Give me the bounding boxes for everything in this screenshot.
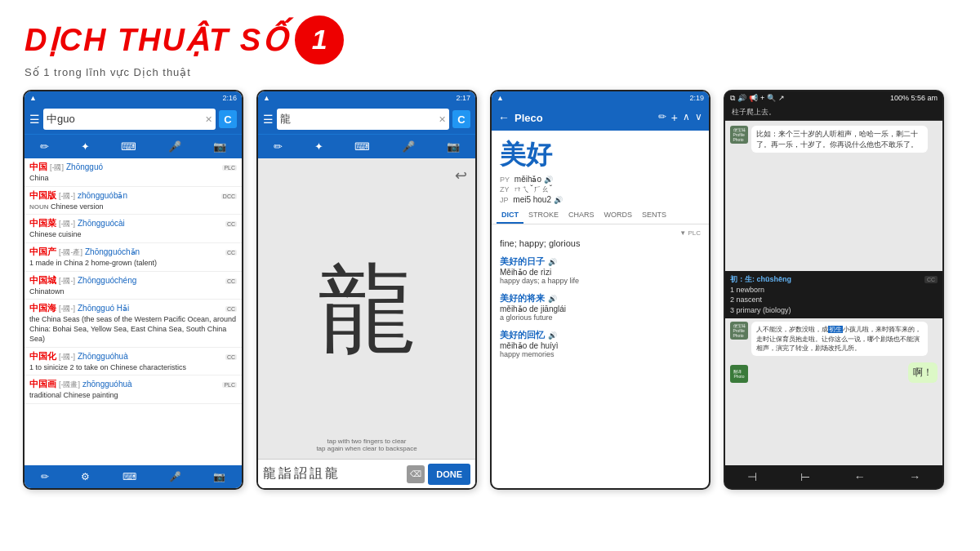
up-icon-pleco[interactable]: ∧ [683, 111, 690, 124]
dict-entry-4[interactable]: 中国产 [-國-產] Zhōngguóchǎn CC 1 made in Chi… [24, 243, 242, 272]
hint-text: tap with two fingers to clear tap again … [316, 438, 416, 452]
time-3: 2:19 [689, 94, 704, 102]
time-1: 2:16 [222, 94, 237, 102]
dict-entry-7[interactable]: 中国化 [-國-] Zhōngguóhuà CC 1 to sinicize 2… [24, 348, 242, 376]
message-bubble-2: 人不能没，岁数没啦，成初生小孩儿啦，来时骑车来的，走时让保育员抱走啦。让你这么一… [751, 322, 928, 356]
pencil-icon-b[interactable]: ✏ [41, 471, 49, 482]
logo-circle-1: 1 [295, 16, 344, 64]
tab-chars[interactable]: CHARS [564, 207, 599, 224]
dict-entry-6[interactable]: 中国海 [-國-] Zhōngguó Hǎi CC the China Seas… [24, 300, 242, 347]
entry-pinyin-3: Zhōngguócài [78, 219, 125, 228]
c-button-1[interactable]: C [219, 110, 237, 128]
add-icon-pleco[interactable]: + [671, 111, 678, 124]
pleco-pronunciations: PY měihǎo 🔊 ZY ㄇㄟˇㄏㄠˇ JP mei5 hou2 🔊 [500, 175, 701, 204]
hw-char-3[interactable]: 詔 [294, 465, 307, 482]
mic-icon-2[interactable]: 🎤 [402, 140, 415, 153]
down-icon-pleco[interactable]: ∨ [695, 111, 702, 124]
entry-tag-4: CC [225, 250, 237, 256]
back-icon[interactable]: ← [498, 111, 510, 124]
edit-icon[interactable]: ✏ [40, 140, 49, 153]
time-2: 2:17 [456, 94, 470, 102]
camera-icon[interactable]: 📷 [213, 140, 226, 153]
ex-chinese-3: 美好的回忆 [500, 330, 545, 340]
copy-icon: ⧉ [730, 94, 735, 103]
hw-delete-btn[interactable]: ⌫ [407, 465, 425, 483]
entry-def-6: the China Seas (the seas of the Western … [29, 315, 237, 344]
hw-char-1[interactable]: 龍 [263, 465, 276, 482]
signal-icon: ▲ [29, 94, 37, 102]
mic-icon-b[interactable]: 🎤 [169, 471, 181, 482]
audio-icon-py[interactable]: 🔊 [544, 176, 553, 184]
tab-words[interactable]: WORDS [599, 207, 638, 224]
entry-pinyin-8: zhōngguóhuà [82, 380, 132, 389]
entry-brackets-3: [-國-] [59, 219, 75, 229]
search-input-box-1[interactable]: 中guo ✕ [43, 109, 216, 130]
dict-entry-3[interactable]: 中国菜 [-國-] Zhōngguócài CC Chinese cuisine [24, 215, 242, 243]
pleco-header: ← Pleco ✏ + ∧ ∨ [492, 104, 709, 131]
tab-stroke[interactable]: STROKE [523, 207, 564, 224]
menu-icon-2[interactable]: ☰ [263, 113, 274, 126]
edit-icon-2[interactable]: ✏ [274, 140, 283, 153]
search-icon-status: 🔍 [767, 94, 776, 102]
keyboard-icon-2[interactable]: ⌨ [354, 140, 370, 153]
dict-entry-1[interactable]: 中国 [-國] Zhōngguó PLC China [24, 158, 242, 187]
clear-search-icon[interactable]: ✕ [205, 114, 212, 125]
nav-forward-end[interactable]: ⊢ [800, 470, 810, 483]
nav-back-start[interactable]: ⊣ [747, 470, 757, 483]
tab-dict[interactable]: DICT [497, 207, 523, 224]
pleco-pinyin: měihǎo [514, 175, 541, 184]
camera-icon-2[interactable]: 📷 [447, 140, 460, 153]
ex-pinyin-1: Měihǎo de rìzi [500, 268, 701, 277]
send-bubble: 啊！ [908, 362, 938, 383]
add-icon-status: + [760, 94, 764, 102]
dict-entry-5[interactable]: 中国城 [-國-] Zhōngguóchéng CC Chinatown [24, 272, 242, 300]
pleco-example-3: 美好的回忆 🔊 měihǎo de huíyì happy memories [500, 327, 701, 358]
main-content: ▲ 2:16 ☰ 中guo ✕ C ✏ ✦ ⌨ 🎤 📷 中国 [0, 90, 980, 514]
volume-icon: 📢 [749, 94, 758, 102]
handwriting-area[interactable]: 龍 ↩ tap with two fingers to clear tap ag… [258, 158, 475, 459]
camera-icon-b[interactable]: 📷 [213, 471, 225, 482]
pleco-example-1: 美好的日子 🔊 Měihǎo de rìzi happy days; a hap… [500, 253, 701, 285]
puzzle-icon-2[interactable]: ✦ [314, 140, 323, 153]
search-text-2: 龍 [280, 112, 439, 127]
dict-entry-2[interactable]: 中国版 [-國-] zhōngguóbǎn DCC NOUN Chinese v… [24, 187, 242, 216]
nav-forward[interactable]: → [909, 470, 920, 483]
audio-icon-jp[interactable]: 🔊 [554, 196, 563, 204]
pleco-title-bar: ← Pleco [498, 111, 543, 124]
pleco-example-2: 美好的将来 🔊 měihǎo de jiānglái a glorious fu… [500, 290, 701, 322]
dict-def-1: 1 newborn [730, 285, 938, 295]
puzzle-icon-b[interactable]: ⚙ [81, 471, 90, 482]
entry-def-2: NOUN Chinese version [29, 202, 237, 212]
hw-char-4[interactable]: 詛 [310, 465, 323, 482]
entry-chinese-5: 中国城 [29, 274, 56, 287]
hw-char-5[interactable]: 龍 [325, 465, 338, 482]
status-bar-1: ▲ 2:16 [24, 91, 242, 104]
menu-icon[interactable]: ☰ [29, 113, 40, 126]
c-button-2[interactable]: C [452, 110, 470, 128]
phone-screen-3: ▲ 2:19 ← Pleco ✏ + ∧ ∨ 美好 PY měihǎo [490, 90, 710, 490]
keyboard-icon[interactable]: ⌨ [121, 140, 136, 153]
pleco-app-title: Pleco [514, 112, 543, 124]
pleco-main-def: fine; happy; glorious [500, 238, 701, 248]
edit-icon-pleco[interactable]: ✏ [658, 111, 666, 124]
nav-back[interactable]: ← [854, 470, 866, 483]
keyboard-icon-b[interactable]: ⌨ [122, 471, 136, 482]
message-bubble-1: 比如：来个三十岁的人听相声，哈哈一乐，剩二十了。再一乐，十岁了。你再说什么他也不… [751, 126, 928, 153]
status-icons-4: ⧉ 🔊 📢 + 🔍 ↗ [730, 94, 785, 103]
undo-icon[interactable]: ↩ [455, 167, 467, 184]
entry-def-7: 1 to sinicize 2 to take on Chinese chara… [29, 363, 237, 373]
entry-chinese-4: 中国产 [29, 246, 56, 258]
dict-entry-8[interactable]: 中国画 [-國畫] zhōngguóhuà PLC traditional Ch… [24, 375, 242, 404]
search-input-box-2[interactable]: 龍 ✕ [277, 109, 449, 130]
entry-tag-8: PLC [222, 382, 237, 388]
ex-pinyin-3: měihǎo de huíyì [500, 341, 701, 350]
ex-chinese-2: 美好的将来 [500, 293, 545, 303]
puzzle-icon[interactable]: ✦ [81, 140, 90, 153]
dragon-character: 龍 [318, 260, 416, 358]
tab-sents[interactable]: SENTS [637, 207, 671, 224]
clear-search-icon-2[interactable]: ✕ [439, 114, 446, 125]
mic-icon[interactable]: 🎤 [168, 140, 181, 153]
entry-brackets-1: [-國] [50, 162, 64, 173]
hw-done-btn[interactable]: DONE [428, 464, 470, 485]
hw-char-2[interactable]: 詣 [278, 465, 292, 482]
